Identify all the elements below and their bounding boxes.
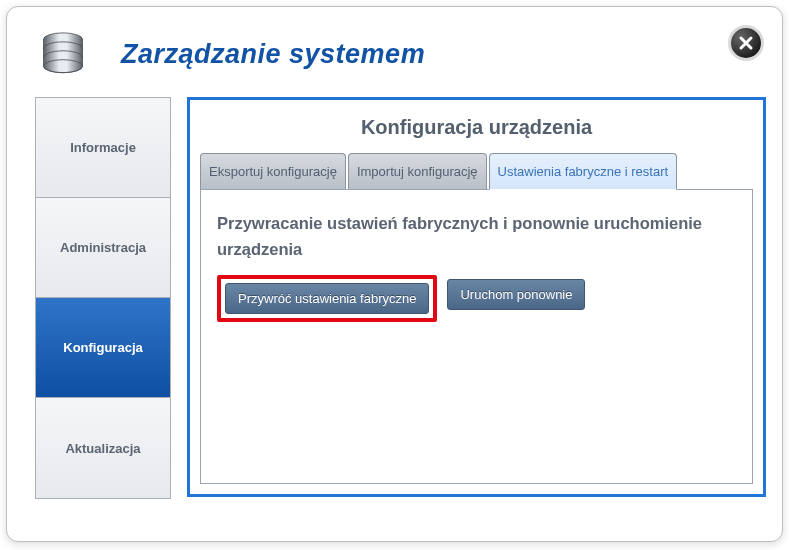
tab-import-config[interactable]: Importuj konfigurację [348,153,487,189]
scroll-area[interactable]: Eksportuj konfigurację Importuj konfigur… [200,153,753,484]
tab-label: Importuj konfigurację [357,164,478,179]
button-row: Przywróć ustawienia fabryczne Uruchom po… [217,275,736,322]
tab-factory-restart[interactable]: Ustawienia fabryczne i restart [489,153,678,190]
factory-reset-button[interactable]: Przywróć ustawienia fabryczne [225,283,429,314]
sidebar: Informacje Administracja Konfiguracja Ak… [35,97,171,499]
close-icon [738,35,754,51]
tab-export-config[interactable]: Eksportuj konfigurację [200,153,346,189]
main-panel: Konfiguracja urządzenia Eksportuj konfig… [187,97,766,497]
sidebar-item-informacje[interactable]: Informacje [36,98,170,198]
dialog-body: Informacje Administracja Konfiguracja Ak… [7,97,782,515]
sidebar-item-label: Aktualizacja [65,441,140,456]
sidebar-item-aktualizacja[interactable]: Aktualizacja [36,398,170,498]
panel-title: Konfiguracja urządzenia [190,100,763,153]
section-title: Przywracanie ustawień fabrycznych i pono… [217,210,736,263]
dialog-window: Zarządzanie systemem Informacje Administ… [6,6,783,542]
tab-label: Ustawienia fabryczne i restart [498,164,669,179]
dialog-header: Zarządzanie systemem [7,7,782,97]
dialog-title: Zarządzanie systemem [121,39,425,70]
sidebar-item-administracja[interactable]: Administracja [36,198,170,298]
database-icon [37,28,89,80]
sidebar-item-label: Konfiguracja [63,340,142,355]
sidebar-item-label: Administracja [60,240,146,255]
tabs: Eksportuj konfigurację Importuj konfigur… [200,153,753,190]
highlight-box: Przywróć ustawienia fabryczne [217,275,437,322]
close-button[interactable] [728,25,764,61]
tab-label: Eksportuj konfigurację [209,164,337,179]
sidebar-item-label: Informacje [70,140,136,155]
tab-content: Przywracanie ustawień fabrycznych i pono… [200,190,753,484]
restart-button[interactable]: Uruchom ponownie [447,279,585,310]
sidebar-item-konfiguracja[interactable]: Konfiguracja [36,298,170,398]
